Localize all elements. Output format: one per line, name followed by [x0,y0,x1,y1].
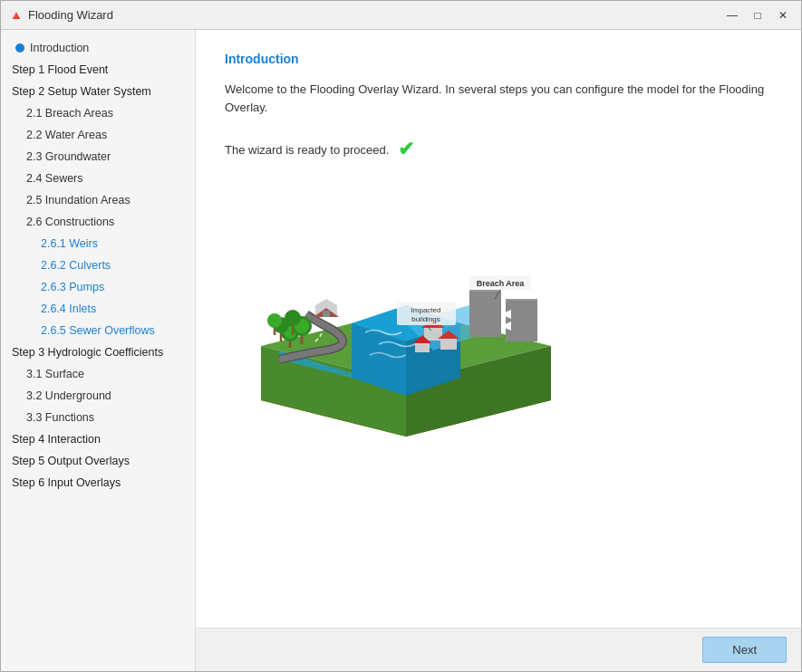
minimize-button[interactable]: — [721,6,743,24]
sidebar-item-sewers[interactable]: 2.4 Sewers [1,168,195,189]
ready-status-row: The wizard is ready to proceed. ✔ [225,138,772,161]
house-door [323,311,330,317]
content-area: Introduction Step 1 Flood Event Step 2 S… [1,30,801,671]
breach-block-left [469,292,501,337]
app-icon: 🔺 [8,8,23,23]
ready-checkmark: ✔ [398,138,414,161]
ready-text: The wizard is ready to proceed. [225,143,389,157]
welcome-text: Welcome to the Flooding Overlay Wizard. … [225,81,772,116]
page-title: Introduction [225,52,772,66]
flood-house2-body [440,337,457,350]
flooding-svg: Breach Area Impacted buildings [225,183,569,437]
sidebar-item-underground[interactable]: 3.2 Underground [1,385,195,407]
breach-block-right-top [506,299,537,301]
sidebar-label-underground: 3.2 Underground [26,389,111,402]
sidebar: Introduction Step 1 Flood Event Step 2 S… [1,30,196,671]
main-window: 🔺 Flooding Wizard — □ ✕ Introduction Ste… [0,0,802,672]
sidebar-item-introduction[interactable]: Introduction [1,37,195,59]
sidebar-label-step6: Step 6 Input Overlays [12,476,121,489]
breach-block-right [506,301,537,341]
sidebar-item-inundation[interactable]: 2.5 Inundation Areas [1,189,195,211]
sidebar-label-step1: Step 1 Flood Event [12,63,108,76]
sidebar-label-groundwater: 2.3 Groundwater [26,150,111,163]
window-title: Flooding Wizard [28,8,721,22]
footer-bar: Next [196,628,801,671]
sidebar-label-inlets: 2.6.4 Inlets [41,302,96,315]
sidebar-label-step3: Step 3 Hydrologic Coefficients [12,346,163,359]
sidebar-label-sewers: 2.4 Sewers [26,172,83,185]
sidebar-item-groundwater[interactable]: 2.3 Groundwater [1,146,195,168]
sidebar-item-step4[interactable]: Step 4 Interaction [1,428,195,450]
sidebar-item-water-areas[interactable]: 2.2 Water Areas [1,124,195,146]
sidebar-label-step5: Step 5 Output Overlays [12,455,130,467]
next-button[interactable]: Next [702,637,787,663]
sidebar-item-inlets[interactable]: 2.6.4 Inlets [1,298,195,320]
title-bar: 🔺 Flooding Wizard — □ ✕ [1,1,801,30]
sidebar-item-pumps[interactable]: 2.6.3 Pumps [1,276,195,298]
flooding-illustration: Breach Area Impacted buildings [225,183,569,437]
sidebar-item-step6[interactable]: Step 6 Input Overlays [1,472,195,494]
breach-block-left-top [469,290,501,292]
sidebar-item-surface[interactable]: 3.1 Surface [1,363,195,385]
tree4 [285,310,301,326]
sidebar-item-functions[interactable]: 3.3 Functions [1,407,195,428]
close-button[interactable]: ✕ [772,6,794,24]
sidebar-item-culverts[interactable]: 2.6.2 Culverts [1,254,195,276]
main-content: Introduction Welcome to the Flooding Ove… [196,30,801,671]
sidebar-label-step4: Step 4 Interaction [12,433,101,446]
impact-label-line1: Impacted [411,306,441,314]
sidebar-label-breach-areas: 2.1 Breach Areas [26,107,113,120]
sidebar-label-functions: 3.3 Functions [26,411,94,424]
sidebar-item-step5[interactable]: Step 5 Output Overlays [1,450,195,472]
sidebar-label-water-areas: 2.2 Water Areas [26,129,107,141]
active-dot [15,43,24,53]
impact-label-line2: buildings [411,315,440,323]
sidebar-label-constructions: 2.6 Constructions [26,216,114,228]
window-controls: — □ ✕ [721,6,794,24]
sidebar-item-step2[interactable]: Step 2 Setup Water System [1,81,195,102]
sidebar-label-step2: Step 2 Setup Water System [12,85,151,98]
tree5 [267,313,282,328]
sidebar-label-weirs: 2.6.1 Weirs [41,237,98,250]
sidebar-label-pumps: 2.6.3 Pumps [41,281,104,293]
sidebar-label-introduction: Introduction [30,42,89,54]
sidebar-label-sewer-overflows: 2.6.5 Sewer Overflows [41,324,155,337]
sidebar-item-constructions[interactable]: 2.6 Constructions [1,211,195,233]
sidebar-item-step1[interactable]: Step 1 Flood Event [1,59,195,81]
sidebar-label-surface: 3.1 Surface [26,368,84,380]
sidebar-item-sewer-overflows[interactable]: 2.6.5 Sewer Overflows [1,320,195,341]
sidebar-label-culverts: 2.6.2 Culverts [41,259,111,272]
sidebar-item-weirs[interactable]: 2.6.1 Weirs [1,233,195,254]
sidebar-item-step3[interactable]: Step 3 Hydrologic Coefficients [1,341,195,363]
breach-area-label: Breach Area [477,279,526,288]
sidebar-item-breach-areas[interactable]: 2.1 Breach Areas [1,102,195,124]
main-body: Introduction Welcome to the Flooding Ove… [196,30,801,628]
sidebar-label-inundation: 2.5 Inundation Areas [26,194,130,206]
maximize-button[interactable]: □ [747,6,768,24]
